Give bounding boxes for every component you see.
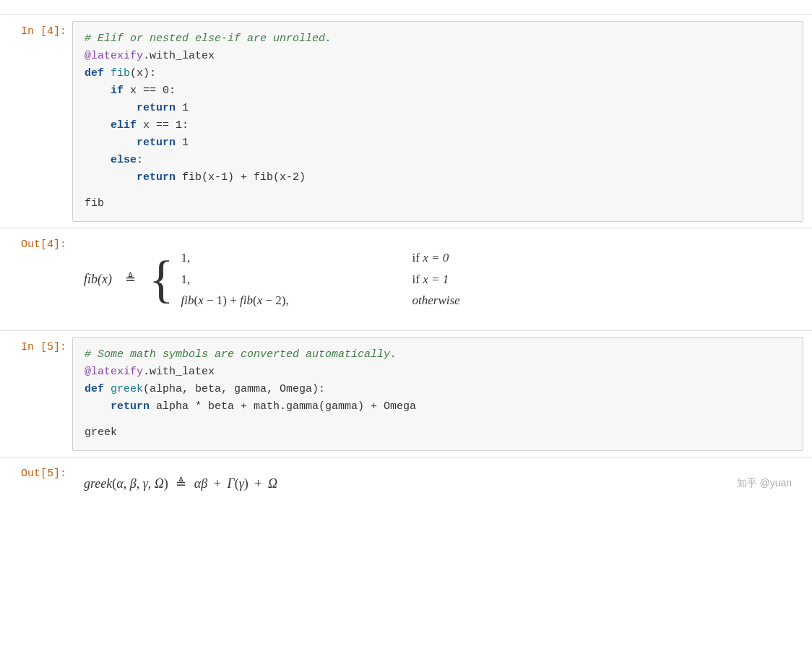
out4-cases: 1, if x = 0 1, if x = 1 fib(x − 1) + fib… [181,249,460,310]
in4-else-colon: : [137,154,143,166]
out5-omega-arg: Ω [155,476,164,491]
in4-ret2-spaces [85,137,137,149]
out5-defeq: ≜ [176,476,186,491]
out5-alpha: α [116,476,123,491]
out4-case3-expr: fib(x − 1) + fib(x − 2), [181,291,369,310]
out5-comma3: , [148,476,155,491]
in4-comment-line: # Elif or nested else-if are unrolled. [85,30,791,48]
in4-def-kw: def [85,67,111,79]
in4-elif-kw: elif [111,119,137,132]
in4-comment: # Elif or nested else-if are unrolled. [85,33,332,45]
in4-footer: fib [85,197,104,210]
in5-return-kw: return [111,400,150,413]
in5-footer-line: greek [85,424,791,442]
out5-gamma: γ [143,476,148,491]
out5-expr: αβ [194,476,207,491]
watermark: 知乎 @yuan [737,474,792,495]
in4-elif-line: elif x == 1: [85,117,791,134]
out5-comma2: , [137,476,143,491]
out5-beta: β [130,476,137,491]
out4-math-display: fib(x) ≜ { 1, if x = 0 1, if x = 1 [84,249,792,310]
in4-ret2-val: 1 [176,137,189,149]
in4-ret1-val: 1 [176,102,189,114]
out4-case3-cond: otherwise [413,291,460,310]
out5-gamma-func: Γ [227,476,234,491]
in4-footer-line: fib [85,195,791,212]
in4-return3-kw: return [137,171,176,184]
in4-elif-rest: x == 1: [137,119,189,132]
out5-plus1: + [214,476,221,491]
in4-else-line: else: [85,152,791,169]
in4-return3-line: return fib(x-1) + fib(x-2) [85,169,791,186]
in5-comment: # Some math symbols are converted automa… [85,348,397,361]
in5-decorator: @latexify [85,366,143,378]
cell-in5: In [5]: # Some math symbols are converte… [0,330,812,457]
in5-body-line: return alpha * beta + math.gamma(gamma) … [85,398,791,416]
out4-case1: 1, if x = 0 [181,249,460,267]
in4-elif-spaces [85,119,111,132]
in4-if-rest: x == 0: [124,85,176,97]
in4-return2-kw: return [137,137,176,149]
cell-out4: Out[4]: fib(x) ≜ { 1, if x = 0 1, if x [0,228,812,330]
in4-return1-line: return 1 [85,100,791,117]
in5-def-line: def greek(alpha, beta, gamma, Omega): [85,381,791,398]
in5-funcname: greek [111,383,143,395]
out4-case2-cond: if x = 1 [413,270,449,289]
in5-with: .with_latex [143,366,215,378]
in4-params: (x): [130,67,156,79]
in4-label: In [4]: [0,15,72,48]
in5-body: alpha * beta + math.gamma(gamma) + Omega [150,400,416,413]
in4-if-kw: if [111,85,124,97]
in4-return1-kw: return [137,102,176,114]
in4-def-line: def fib(x): [85,65,791,82]
cell-in4: In [4]: # Elif or nested else-if are unr… [0,14,812,228]
in5-def-kw: def [85,383,111,395]
in4-with: .with_latex [143,50,215,62]
in4-else-kw: else [111,154,137,166]
in4-ret3-spaces [85,171,137,184]
in5-body-spaces [85,400,111,413]
notebook: In [4]: # Elif or nested else-if are unr… [0,0,812,510]
out4-case2: 1, if x = 1 [181,270,460,289]
in5-code-block[interactable]: # Some math symbols are converted automa… [72,337,803,451]
in4-return2-line: return 1 [85,134,791,152]
in4-if-spaces [85,85,111,97]
out4-brace-container: { 1, if x = 0 1, if x = 1 fib(x − 1) + f… [149,249,460,310]
out4-label: Out[4]: [0,228,72,261]
in4-decorator: @latexify [85,50,143,62]
out5-plus2: + [254,476,262,491]
in5-label: In [5]: [0,331,72,364]
out4-fib-x: fib(x) [84,267,112,291]
out5-math-display: greek(α, β, γ, Ω) ≜ αβ + Γ(γ) + Ω [84,472,277,495]
in4-ret3-val: fib(x-1) + fib(x-2) [176,171,306,184]
out5-gamma-close: ) [244,476,249,491]
out4-big-brace: { [149,249,174,310]
out4-math: fib(x) ≜ { 1, if x = 0 1, if x = 1 [72,234,803,324]
in4-ret1-spaces [85,102,137,114]
out5-gamma-arg: γ [239,476,244,491]
in4-decorator-line: @latexify.with_latex [85,48,791,65]
in5-footer: greek [85,426,117,439]
in4-if-line: if x == 0: [85,82,791,100]
out4-case2-expr: 1, [181,270,369,289]
cell-out5: Out[5]: greek(α, β, γ, Ω) ≜ αβ + Γ(γ) + … [0,457,812,510]
out5-comma1: , [124,476,130,491]
out4-defeq: ≜ [125,267,136,291]
in5-comment-line: # Some math symbols are converted automa… [85,346,791,364]
out4-case1-expr: 1, [181,249,369,267]
in4-code-block[interactable]: # Elif or nested else-if are unrolled. @… [72,21,803,222]
out5-paren-close: ) [164,476,168,491]
out4-case1-cond: if x = 0 [413,249,449,267]
out5-greek-func: greek [84,476,112,491]
out5-math-row: greek(α, β, γ, Ω) ≜ αβ + Γ(γ) + Ω 知乎 @yu… [72,463,803,504]
out5-omega: Ω [268,476,277,491]
in5-params: (alpha, beta, gamma, Omega): [143,383,325,395]
in4-funcname: fib [111,67,130,79]
in5-decorator-line: @latexify.with_latex [85,364,791,381]
out5-label: Out[5]: [0,457,72,490]
in4-else-spaces [85,154,111,166]
out4-case3: fib(x − 1) + fib(x − 2), otherwise [181,291,460,310]
